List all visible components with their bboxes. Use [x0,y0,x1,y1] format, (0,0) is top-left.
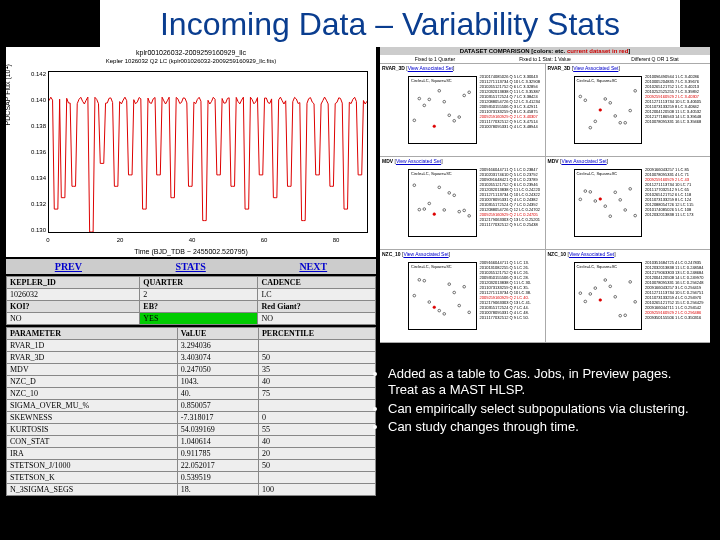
mini-scatter: Circle=LC, Square=SC [408,262,477,330]
bullet-0: Added as a table to Cas. Jobs, in Previe… [388,366,698,399]
svg-point-8 [453,119,456,122]
mini-scatter: Circle=LC, Square=SC [574,262,643,330]
stats-table: PARAMETERVaLUEPERCENTILERVAR_1D3.294036R… [6,327,376,496]
svg-point-52 [433,306,436,309]
svg-point-22 [628,109,631,112]
stats-cell: 40 [258,376,375,388]
svg-point-29 [438,186,441,189]
prev-link[interactable]: PREV [55,261,82,272]
compare-cell: RVAR_3D [View Associated Set]Circle=LC, … [546,64,711,156]
svg-point-2 [423,104,426,107]
svg-point-4 [433,125,436,128]
info-cell: 2 [140,289,258,301]
subhdr-1: Fixed to 1 Stat: 1 Value [490,55,600,63]
mini-list: 2010351684725 4 LC 0.2478352012032013838… [645,260,709,320]
svg-point-14 [588,126,591,129]
svg-point-35 [468,215,471,218]
svg-point-68 [618,314,621,317]
info-cell: YES [140,313,258,325]
svg-point-21 [623,121,626,124]
svg-point-17 [603,98,606,101]
info-cell: NO [258,313,376,325]
svg-point-56 [453,291,456,294]
stats-cell [258,472,375,484]
stats-cell: 3.294036 [177,340,258,352]
lc-xtick: 0 [46,237,49,243]
svg-point-0 [413,119,416,122]
stats-cell: N_3SIGMA_SEGS [7,484,178,496]
compare-cell: MDV [View Associated Set]Circle=LC, Squa… [546,157,711,249]
svg-point-6 [443,100,446,103]
svg-point-64 [598,299,601,302]
compare-cell: NZC_10 [View Associated Set]Circle=LC, S… [546,250,711,342]
svg-point-63 [593,287,596,290]
svg-point-18 [608,102,611,105]
svg-point-54 [443,313,446,316]
stats-cell: 0.247050 [177,364,258,376]
svg-point-20 [618,121,621,124]
lc-ytick: 0.136 [24,149,46,155]
stats-cell: KURTOSIS [7,424,178,436]
lc-series [49,72,367,232]
lc-id: kplr001026032-2009259160929_llc [136,49,246,56]
svg-point-67 [613,295,616,298]
svg-point-55 [448,283,451,286]
lc-ytick: 0.138 [24,123,46,129]
svg-point-70 [628,281,631,284]
lc-xlabel: Time (BJD_TDB − 2455002.520795) [134,248,248,255]
content-area: kplr001026032-2009259160929_llc Kepler 1… [0,47,720,496]
stats-cell: 20 [258,448,375,460]
nav-bar: PREV STATS NEXT [6,259,376,274]
lc-ytick: 0.142 [24,71,46,77]
svg-point-3 [428,98,431,101]
stats-hdr-cell: VaLUE [177,328,258,340]
stats-hdr-cell: PARAMETER [7,328,178,340]
mini-list: 2010096490944 1 LC 3.402862010005204835 … [645,74,709,124]
svg-point-27 [428,202,431,205]
lc-xtick: 60 [261,237,268,243]
view-set-link[interactable]: View Associated Set [396,158,441,164]
svg-point-19 [613,115,616,118]
stats-cell: 0.850057 [177,400,258,412]
svg-point-42 [608,215,611,218]
view-set-link[interactable]: View Associated Set [573,65,618,71]
svg-point-43 [613,191,616,194]
lc-xtick: 20 [117,237,124,243]
next-link[interactable]: NEXT [299,261,327,272]
stats-cell: 3.403074 [177,352,258,364]
svg-point-39 [593,200,596,203]
bullet-1: Can empirically select subpopulations vi… [388,401,698,417]
view-set-link[interactable]: View Associated Set [403,251,448,257]
stats-cell: NZC_10 [7,388,178,400]
svg-point-46 [628,188,631,191]
lc-ylabel: PDCSAP Flux (10⁴) [4,64,12,125]
view-set-link[interactable]: View Associated Set [408,65,453,71]
svg-point-53 [438,309,441,312]
right-column: DATASET COMPARISON [colors: etc. current… [380,47,710,496]
stats-cell: 35 [258,364,375,376]
subhdr-2: Different Q OR 1 Stat [600,55,710,63]
svg-point-38 [588,191,591,194]
mini-scatter: Circle=LC, Square=SC [574,169,643,237]
stats-link[interactable]: STATS [176,261,206,272]
stats-cell: RVAR_1D [7,340,178,352]
mini-scatter: Circle=LC, Square=SC [408,169,477,237]
view-set-link[interactable]: View Associated Set [569,251,614,257]
subhdr-0: Fixed to 1 Quarter [380,55,490,63]
svg-point-44 [618,199,621,202]
svg-point-49 [418,278,421,281]
svg-point-50 [423,279,426,282]
lc-ytick: 0.134 [24,175,46,181]
info-cell: QUARTER [140,277,258,289]
stats-cell: NZC_D [7,376,178,388]
info-cell: Red Giant? [258,301,376,313]
svg-point-60 [578,292,581,295]
info-cell: 1026032 [7,289,140,301]
stats-cell: RVAR_3D [7,352,178,364]
view-set-link[interactable]: View Associated Set [561,158,606,164]
info-cell: LC [258,289,376,301]
stats-cell: 54.039169 [177,424,258,436]
compare-header: DATASET COMPARISON [colors: etc. current… [380,47,710,55]
svg-point-36 [578,198,581,201]
info-cell: CADENCE [258,277,376,289]
